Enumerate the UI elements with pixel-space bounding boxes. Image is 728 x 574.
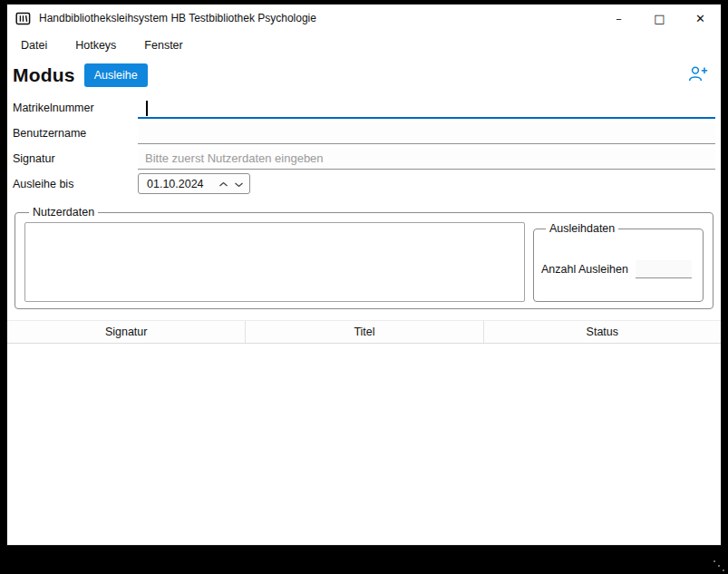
title-bar: Handbibliotheksleihsystem HB Testbibliot…: [7, 5, 721, 32]
benutzername-label: Benutzername: [13, 127, 138, 140]
window-title: Handbibliotheksleihsystem HB Testbibliot…: [39, 12, 316, 24]
app-window: Handbibliotheksleihsystem HB Testbibliot…: [6, 4, 722, 546]
signatur-row: Signatur: [13, 146, 715, 170]
nutzerdaten-textarea[interactable]: [24, 222, 525, 302]
window-controls: – □ ✕: [598, 5, 721, 32]
date-increment-button[interactable]: [216, 174, 231, 193]
chevron-up-icon: [218, 177, 228, 190]
menu-bar: Datei Hotkeys Fenster: [7, 32, 721, 59]
date-value[interactable]: 01.10.2024: [147, 178, 216, 190]
menu-item-hotkeys[interactable]: Hotkeys: [65, 34, 126, 57]
benutzername-row: Benutzername: [13, 121, 715, 145]
nutzerdaten-group: Nutzerdaten Ausleihdaten Anzahl Ausleihe…: [15, 206, 713, 309]
results-table: Signatur Titel Status: [7, 320, 721, 545]
add-user-button[interactable]: [686, 63, 710, 87]
ausleihdaten-group: Ausleihdaten Anzahl Ausleihen: [533, 222, 704, 302]
matrikelnummer-input[interactable]: [138, 97, 715, 119]
table-body[interactable]: [7, 344, 721, 545]
table-header: Signatur Titel Status: [7, 321, 721, 344]
column-header-signatur[interactable]: Signatur: [7, 321, 245, 343]
nutzerdaten-title: Nutzerdaten: [29, 206, 98, 219]
signatur-label: Signatur: [13, 152, 138, 165]
ausleihe-bis-label: Ausleihe bis: [13, 178, 138, 190]
column-header-status[interactable]: Status: [483, 321, 721, 343]
ausleihe-bis-row: Ausleihe bis 01.10.2024: [13, 171, 715, 196]
anzahl-ausleihen-row: Anzahl Ausleihen: [541, 260, 695, 278]
matrikelnummer-label: Matrikelnummer: [13, 102, 138, 114]
mode-row: Modus Ausleihe: [13, 61, 715, 90]
matrikelnummer-row: Matrikelnummer: [13, 95, 715, 120]
close-button[interactable]: ✕: [680, 5, 721, 32]
menu-item-datei[interactable]: Datei: [11, 34, 57, 57]
maximize-button[interactable]: □: [639, 5, 680, 32]
column-header-titel[interactable]: Titel: [245, 321, 482, 343]
anzahl-ausleihen-input[interactable]: [636, 260, 692, 278]
chevron-down-icon: [234, 177, 244, 190]
text-caret: [146, 101, 148, 116]
ausleihdaten-title: Ausleihdaten: [546, 222, 618, 235]
nutzerdaten-body: Ausleihdaten Anzahl Ausleihen: [24, 222, 704, 302]
anzahl-ausleihen-label: Anzahl Ausleihen: [541, 263, 628, 276]
app-icon: [15, 11, 31, 26]
signatur-input-wrap: [138, 148, 715, 170]
date-decrement-button[interactable]: [231, 174, 247, 193]
signatur-input[interactable]: [138, 148, 715, 170]
matrikelnummer-input-wrap: [138, 97, 715, 119]
resize-grip[interactable]: [713, 560, 715, 562]
minimize-button[interactable]: –: [598, 5, 639, 32]
ausleihe-mode-button[interactable]: Ausleihe: [84, 63, 148, 87]
ausleihe-bis-datepicker[interactable]: 01.10.2024: [138, 173, 250, 194]
main-content: Modus Ausleihe Matrikelnummer: [7, 59, 721, 545]
mode-label: Modus: [13, 64, 75, 86]
menu-item-fenster[interactable]: Fenster: [134, 34, 192, 57]
add-user-icon: [688, 72, 708, 85]
benutzername-input[interactable]: [138, 122, 715, 144]
benutzername-input-wrap: [138, 122, 715, 144]
